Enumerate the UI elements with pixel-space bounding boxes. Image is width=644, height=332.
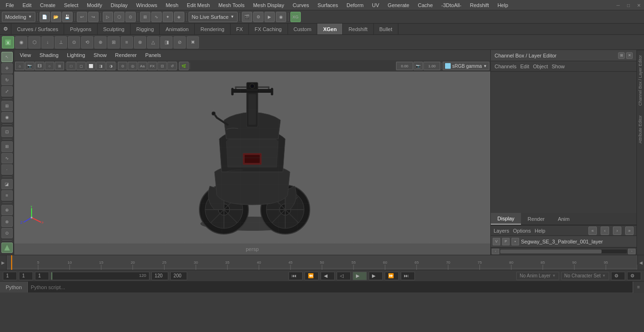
- xgen-icon-4[interactable]: ↓: [41, 36, 54, 49]
- vp-num1[interactable]: 0.00: [396, 62, 413, 70]
- total-frames-field[interactable]: 200: [170, 272, 187, 280]
- menu-mesh-tools[interactable]: Mesh Tools: [215, 1, 248, 9]
- menu-file[interactable]: File: [2, 1, 18, 9]
- vp-cam-render[interactable]: 🎞: [35, 62, 44, 70]
- xgen-icon-11[interactable]: ⊗: [134, 36, 146, 49]
- menu-create[interactable]: Create: [36, 1, 59, 9]
- next-key-button[interactable]: ⏩: [385, 272, 399, 280]
- anim-settings-button[interactable]: ⚙: [611, 272, 625, 280]
- tab-xgen[interactable]: XGen: [317, 24, 343, 34]
- display-layer[interactable]: ≡: [1, 190, 13, 201]
- snap-to-curve[interactable]: ∿: [1, 153, 13, 163]
- script-menu-icon[interactable]: ≡: [633, 282, 644, 293]
- edit-menu[interactable]: Edit: [520, 64, 529, 69]
- xgen-icon-12[interactable]: △: [147, 36, 159, 49]
- viewport[interactable]: View Shading Lighting Show Renderer Pane…: [14, 50, 490, 255]
- xgen-icon-6[interactable]: ⊙: [68, 36, 80, 49]
- layer-nav-left[interactable]: ‹: [601, 227, 609, 235]
- menu-edit-mesh[interactable]: Edit Mesh: [183, 1, 214, 9]
- tab-custom[interactable]: Custom: [288, 24, 318, 34]
- xgen-icon-8[interactable]: ⊕: [94, 36, 107, 49]
- playback-end-field[interactable]: 120: [151, 272, 168, 280]
- vp-cam-home[interactable]: ⌂: [15, 62, 25, 70]
- paint-select-button[interactable]: ⊙: [125, 12, 136, 22]
- xgen-icon-7[interactable]: ⟲: [81, 36, 93, 49]
- xgen-icon-9[interactable]: ⊞: [107, 36, 120, 49]
- prev-frame-button[interactable]: ◀: [321, 272, 335, 280]
- scrollbar-track[interactable]: [500, 250, 627, 253]
- vp-cam-icon[interactable]: 📷: [413, 62, 423, 70]
- vp-texture[interactable]: ⬜: [86, 62, 96, 70]
- vp-light[interactable]: ◨: [96, 62, 106, 70]
- vp-menu-renderer[interactable]: Renderer: [111, 51, 140, 59]
- live-surface-dropdown[interactable]: No Live Surface ▼: [189, 12, 238, 22]
- playback-slider[interactable]: 120: [51, 272, 149, 280]
- rotate-tool[interactable]: ↻: [1, 74, 13, 85]
- attribute-editor-sidebar-label[interactable]: Attribute Editor: [637, 111, 644, 148]
- xgen-icon-3[interactable]: ⬡: [28, 36, 41, 49]
- layer-nav-right[interactable]: ›: [613, 227, 621, 235]
- vp-menu-shading[interactable]: Shading: [36, 51, 62, 59]
- vp-hud[interactable]: ⊡: [157, 62, 167, 70]
- tab-bullet[interactable]: Bullet: [374, 24, 399, 34]
- tab-display[interactable]: Display: [491, 213, 521, 225]
- show-menu[interactable]: Show: [552, 64, 565, 69]
- menu-uv[interactable]: UV: [368, 1, 383, 9]
- snap-to-grid[interactable]: ⊞: [1, 141, 13, 152]
- menu-generate[interactable]: Generate: [384, 1, 413, 9]
- soft-select[interactable]: ◉: [1, 112, 13, 122]
- snap-point-button[interactable]: ✦: [163, 12, 173, 22]
- python-input[interactable]: [28, 282, 633, 292]
- vp-fps[interactable]: FX: [148, 62, 157, 70]
- open-file-button[interactable]: 📂: [51, 12, 61, 22]
- anim-layer-dropdown[interactable]: No Anim Layer ▼: [516, 272, 559, 280]
- vp-wireframe[interactable]: □: [66, 62, 76, 70]
- channels-menu[interactable]: Channels: [495, 64, 516, 69]
- prev-key-button[interactable]: ⏪: [305, 272, 319, 280]
- layer-vis-v[interactable]: V: [493, 238, 500, 245]
- xgen-icon-13[interactable]: ◨: [160, 36, 173, 49]
- go-to-end-button[interactable]: ⏭: [401, 272, 415, 280]
- vp-cam-select[interactable]: 📷: [25, 62, 34, 70]
- play-forward-button[interactable]: ▶: [353, 272, 367, 280]
- playback-settings-button[interactable]: ⚙: [627, 272, 641, 280]
- menu-mesh-display[interactable]: Mesh Display: [249, 1, 288, 9]
- show-manip[interactable]: ⊡: [1, 127, 13, 137]
- panel-close-button[interactable]: ✕: [626, 52, 633, 59]
- tab-polygons[interactable]: Polygons: [64, 24, 97, 34]
- minimize-button[interactable]: ─: [613, 0, 623, 10]
- vp-num2[interactable]: 1.00: [423, 62, 440, 70]
- tab-animation[interactable]: Animation: [160, 24, 195, 34]
- close-button[interactable]: ✕: [634, 0, 644, 10]
- select-tool[interactable]: ↖: [1, 52, 13, 62]
- timeline-area[interactable]: ▶ 5 10 15 20 25 30 35 40: [0, 255, 644, 270]
- undo-button[interactable]: ↩: [77, 12, 87, 22]
- scale-tool[interactable]: ⤢: [1, 86, 13, 97]
- menu-curves[interactable]: Curves: [289, 1, 313, 9]
- move-tool[interactable]: ✛: [1, 63, 13, 73]
- vp-menu-lighting[interactable]: Lighting: [63, 51, 89, 59]
- scrollbar-right[interactable]: ›: [628, 249, 636, 254]
- menu-windows[interactable]: Windows: [132, 1, 161, 9]
- xgen-icon-10[interactable]: ≡: [121, 36, 133, 49]
- render-layer[interactable]: ◪: [1, 179, 13, 189]
- current-frame-field[interactable]: 1: [3, 272, 17, 280]
- new-file-button[interactable]: 📄: [40, 12, 50, 22]
- color-space-dropdown[interactable]: sRGB gamma ▼: [443, 62, 489, 70]
- workspace-dropdown[interactable]: Modeling ▼: [2, 12, 35, 22]
- vp-shadow[interactable]: ◑: [106, 62, 116, 70]
- character-set-dropdown[interactable]: No Character Set ▼: [561, 272, 609, 280]
- vp-grid-toggle[interactable]: ⊞: [55, 62, 64, 70]
- vp-menu-show[interactable]: Show: [90, 51, 111, 59]
- layer-vis-p[interactable]: P: [502, 238, 510, 245]
- layer-color-swatch[interactable]: ▪: [512, 238, 519, 245]
- menu-select[interactable]: Select: [60, 1, 83, 9]
- vp-display-mode[interactable]: ⊙: [118, 62, 127, 70]
- render-settings-button[interactable]: ⚙: [253, 12, 264, 22]
- xgen-icon-5[interactable]: ⊥: [55, 36, 67, 49]
- timeline-ruler[interactable]: 5 10 15 20 25 30 35 40 45 50 5: [7, 255, 637, 270]
- xgen-icon-1[interactable]: X: [2, 36, 14, 49]
- workflow-settings-icon[interactable]: ⚙: [0, 24, 11, 35]
- python-tab[interactable]: Python: [0, 282, 28, 292]
- snap-curve-button[interactable]: ∿: [151, 12, 162, 22]
